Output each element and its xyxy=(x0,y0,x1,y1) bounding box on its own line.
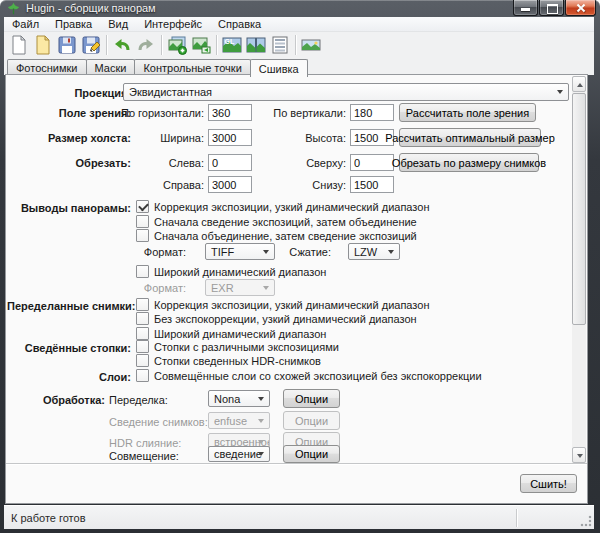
remapper-select[interactable]: Nona xyxy=(208,390,270,407)
projection-select[interactable]: Эквидистантная xyxy=(123,83,569,101)
toolbar-save-project[interactable] xyxy=(55,33,79,57)
hdr-format-value: EXR xyxy=(211,282,234,294)
toolbar-separator xyxy=(161,35,162,55)
checkbox-label: Стопки с различными экспозициями xyxy=(154,341,339,353)
toolbar-new-project[interactable] xyxy=(7,33,31,57)
fov-vertical-input[interactable] xyxy=(350,104,394,121)
output-blended-then-fused-checkbox[interactable] xyxy=(136,229,149,242)
compression-select[interactable]: LZW xyxy=(348,243,400,260)
checkbox-label: Совмещённые слои со схожей экспозицией б… xyxy=(154,370,482,382)
remapped-no-correction-checkbox[interactable] xyxy=(136,312,149,325)
menu-edit[interactable]: Правка xyxy=(47,17,100,31)
blender-options-button[interactable]: Опции xyxy=(283,445,340,463)
chevron-down-icon xyxy=(388,250,394,254)
output-exposure-corrected-row: Коррекция экспозиции, узкий динамический… xyxy=(136,200,429,213)
toolbar-redo[interactable] xyxy=(134,33,158,57)
layers-similar-exposure-checkbox[interactable] xyxy=(136,369,149,382)
chevron-down-icon xyxy=(557,90,563,94)
add-images-icon xyxy=(167,35,187,55)
panorama-outputs-label: Выводы панорамы: xyxy=(7,202,131,214)
toolbar-undo[interactable] xyxy=(110,33,134,57)
stitch-button[interactable]: Сшить! xyxy=(520,474,577,493)
toolbar-fast-preview[interactable] xyxy=(244,33,268,57)
tab-masks[interactable]: Маски xyxy=(86,59,136,75)
fov-horizontal-input[interactable] xyxy=(208,104,252,121)
checkbox-label: Коррекция экспозиции, узкий динамический… xyxy=(154,299,429,311)
processing-label: Обработка: xyxy=(7,394,105,406)
crop-left-label: Слева: xyxy=(67,157,204,169)
output-hdr-checkbox[interactable] xyxy=(136,265,149,278)
toolbar-separator xyxy=(106,35,107,55)
toolbar-add-images[interactable] xyxy=(165,33,189,57)
chevron-down-icon xyxy=(258,440,264,444)
toolbar-preview-panorama[interactable] xyxy=(299,33,323,57)
stacks-various-exposures-checkbox[interactable] xyxy=(136,340,149,353)
titlebar: Hugin - сборщик панорам xyxy=(0,0,600,17)
crop-top-label: Сверху: xyxy=(247,157,346,169)
projection-value: Эквидистантная xyxy=(129,86,212,98)
hugin-logo-icon xyxy=(7,2,20,15)
blender-select[interactable]: сведение xyxy=(208,446,270,462)
vertical-scrollbar[interactable] xyxy=(572,76,586,463)
projection-label: Проекция: xyxy=(7,87,131,99)
remapped-exposure-corrected-row: Коррекция экспозиции, узкий динамический… xyxy=(136,298,429,311)
fast-preview-icon xyxy=(246,35,266,55)
toolbar-gl-preview[interactable]: GL xyxy=(220,33,244,57)
output-exposure-corrected-checkbox[interactable] xyxy=(136,200,149,213)
image-fusion-value: enfuse xyxy=(214,415,247,427)
checkbox-label: Сначала сведение экспозиций, затем объед… xyxy=(154,216,417,228)
calculate-fov-button[interactable]: Рассчитать поле зрения xyxy=(399,103,536,122)
status-text: К работе готов xyxy=(11,512,86,524)
canvas-width-input[interactable] xyxy=(208,129,252,146)
crop-top-input[interactable] xyxy=(350,154,394,171)
image-fusion-options-button[interactable]: Опции xyxy=(283,411,340,430)
crop-bottom-label: Снизу: xyxy=(247,179,346,191)
remapped-hdr-row: Широкий динамический диапазон xyxy=(136,327,326,340)
remapped-exposure-corrected-checkbox[interactable] xyxy=(136,298,149,311)
window-title: Hugin - сборщик панорам xyxy=(26,2,156,14)
remapped-no-correction-row: Без экспокоррекции, узкий динамический д… xyxy=(136,312,417,325)
close-button[interactable] xyxy=(565,0,596,16)
scrollbar-thumb[interactable] xyxy=(572,93,586,325)
toolbar: GL xyxy=(4,32,594,58)
hdr-format-select[interactable]: EXR xyxy=(205,279,275,296)
remapper-options-button[interactable]: Опции xyxy=(283,389,340,408)
compression-value: LZW xyxy=(354,246,377,258)
crop-right-input[interactable] xyxy=(208,176,252,193)
stacks-fused-hdr-checkbox[interactable] xyxy=(136,354,149,367)
output-fused-then-blended-row: Сначала сведение экспозиций, затем объед… xyxy=(136,215,417,228)
scroll-down-arrow-icon[interactable] xyxy=(572,447,586,463)
toolbar-control-point-list[interactable] xyxy=(268,33,292,57)
chevron-down-icon xyxy=(258,397,264,401)
image-fusion-select[interactable]: enfuse xyxy=(208,412,270,429)
remapped-hdr-checkbox[interactable] xyxy=(136,327,149,340)
tab-stitcher[interactable]: Сшивка xyxy=(250,59,308,77)
menu-view[interactable]: Вид xyxy=(100,17,136,31)
crop-left-input[interactable] xyxy=(208,154,252,171)
control-point-list-icon xyxy=(270,35,290,55)
crop-to-images-button[interactable]: Обрезать по размеру снимков xyxy=(399,153,539,172)
maximize-button[interactable] xyxy=(539,0,564,16)
menu-file[interactable]: Файл xyxy=(4,17,47,31)
stacks-fused-hdr-row: Стопки сведенных HDR-снимков xyxy=(136,354,321,367)
resize-grip-icon[interactable] xyxy=(580,515,592,527)
compression-label: Сжатие: xyxy=(232,246,331,258)
output-fused-then-blended-checkbox[interactable] xyxy=(136,215,149,228)
menu-interface[interactable]: Интерфейс xyxy=(136,17,210,31)
stitcher-form: Проекция: Эквидистантная Поле зрения: По… xyxy=(7,76,573,463)
output-format-label: Формат: xyxy=(87,246,186,258)
toolbar-add-time-series[interactable] xyxy=(189,33,213,57)
minimize-button[interactable] xyxy=(513,0,538,16)
scroll-up-arrow-icon[interactable] xyxy=(572,76,586,92)
fov-vertical-label: По вертикали: xyxy=(247,107,346,119)
toolbar-save-project-as[interactable] xyxy=(79,33,103,57)
tab-control-points[interactable]: Контрольные точки xyxy=(134,59,250,75)
calculate-optimal-size-button[interactable]: Рассчитать оптимальный размер xyxy=(399,128,541,147)
new-project-icon xyxy=(9,35,29,55)
crop-bottom-input[interactable] xyxy=(350,176,394,193)
toolbar-open-project[interactable] xyxy=(31,33,55,57)
add-time-series-icon xyxy=(191,35,211,55)
gl-preview-icon: GL xyxy=(222,35,242,55)
menu-help[interactable]: Справка xyxy=(210,17,269,31)
tab-images[interactable]: Фотоснимки xyxy=(7,59,87,75)
